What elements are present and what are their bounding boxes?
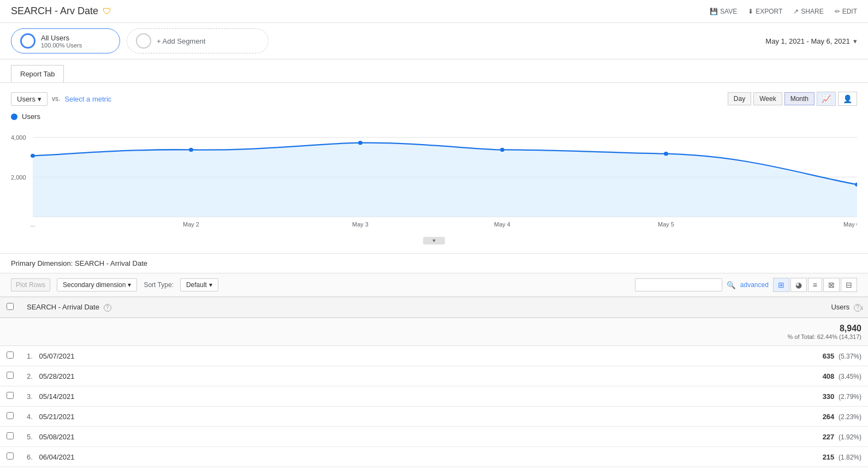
segment-info: All Users 100.00% Users [41, 34, 82, 49]
row-date: 05/08/2021 [39, 433, 74, 441]
search-icon-button[interactable]: 🔍 [727, 281, 736, 289]
report-tab[interactable]: Report Tab [11, 65, 64, 82]
add-circle [136, 33, 151, 49]
line-chart-button[interactable]: 📈 [817, 92, 836, 106]
metric-selector[interactable]: Users ▾ [11, 92, 47, 106]
view-buttons: ⊞ ◕ ≡ ⊠ ⊟ [773, 278, 857, 292]
row-pct: (2.79%) [839, 393, 861, 401]
svg-text:May 6: May 6 [843, 222, 857, 228]
select-all-checkbox[interactable] [7, 303, 14, 310]
grid-view-button[interactable]: ⊞ [773, 278, 789, 292]
svg-text:May 2: May 2 [183, 222, 199, 228]
total-count: 8,940 [840, 324, 861, 333]
row-rank: 6. [27, 453, 33, 461]
row-checkbox[interactable] [7, 372, 14, 379]
week-button[interactable]: Week [753, 92, 782, 105]
row-checkbox[interactable] [7, 351, 14, 359]
top-bar-actions: 💾 SAVE ⬇ EXPORT ↗ SHARE ✏ EDIT [710, 8, 857, 15]
svg-text:4,000: 4,000 [11, 135, 26, 141]
row-date-cell: 2. 05/28/2021 [20, 366, 468, 386]
row-count-cell: 330 (2.79%) [468, 386, 868, 407]
export-icon: ⬇ [748, 8, 753, 15]
segment-sublabel: 100.00% Users [41, 42, 82, 49]
advanced-link[interactable]: advanced [740, 281, 769, 289]
row-checkbox-cell [0, 346, 20, 366]
metric-caret-icon: ▾ [38, 95, 41, 103]
svg-point-6 [189, 148, 193, 152]
total-check-cell [0, 318, 20, 346]
row-rank: 2. [27, 372, 33, 380]
row-date: 05/07/2021 [39, 352, 74, 360]
pivot-view-button[interactable]: ⊠ [823, 278, 840, 292]
save-button[interactable]: 💾 SAVE [710, 8, 737, 15]
row-count-cell: 264 (2.23%) [468, 407, 868, 427]
area-chart: 4,000 2,000 ... May 2 May 3 May 4 May 5 … [11, 125, 857, 234]
row-rank: 1. [27, 352, 33, 360]
row-count: 215 [823, 453, 835, 461]
row-count-cell: 227 (1.92%) [468, 427, 868, 447]
segment-left: All Users 100.00% Users + Add Segment [11, 28, 269, 53]
compare-view-button[interactable]: ⊟ [841, 278, 857, 292]
date-range-selector[interactable]: May 1, 2021 - May 6, 2021 ▾ [765, 37, 857, 45]
row-checkbox-cell [0, 427, 20, 447]
row-checkbox[interactable] [7, 452, 14, 460]
table-row: 1. 05/07/2021 635 (5.37%) [0, 346, 868, 366]
primary-dimension: Primary Dimension: SEARCH - Arrival Date [0, 253, 868, 273]
table-row: 5. 05/08/2021 227 (1.92%) [0, 427, 868, 447]
export-button[interactable]: ⬇ EXPORT [748, 8, 782, 15]
chart-controls-right: Day Week Month 📈 👤 [728, 92, 857, 106]
select-all-header [0, 297, 20, 318]
row-date: 05/14/2021 [39, 392, 74, 401]
svg-text:May 5: May 5 [658, 222, 674, 228]
list-view-button[interactable]: ≡ [808, 278, 822, 292]
total-label-cell [20, 318, 468, 346]
arrival-date-header: SEARCH - Arrival Date ? [20, 297, 468, 318]
chart-controls-left: Users ▾ vs. Select a metric [11, 92, 111, 106]
row-checkbox[interactable] [7, 432, 14, 439]
row-checkbox-cell [0, 447, 20, 467]
row-date-cell: 3. 05/14/2021 [20, 386, 468, 407]
month-button[interactable]: Month [784, 92, 815, 105]
table-row: 4. 05/21/2021 264 (2.23%) [0, 407, 868, 427]
chart-section: Users ▾ vs. Select a metric Day Week Mon… [0, 83, 868, 253]
chart-controls: Users ▾ vs. Select a metric Day Week Mon… [11, 92, 857, 106]
row-pct: (3.45%) [839, 373, 861, 380]
share-button[interactable]: ↗ SHARE [793, 8, 823, 15]
row-pct: (1.82%) [839, 454, 861, 461]
row-checkbox[interactable] [7, 412, 14, 419]
day-button[interactable]: Day [728, 92, 751, 105]
secondary-dimension-button[interactable]: Secondary dimension ▾ [57, 278, 137, 291]
row-checkbox[interactable] [7, 392, 14, 399]
add-segment-button[interactable]: + Add Segment [127, 28, 269, 53]
legend-dot [11, 114, 17, 120]
shield-icon: 🛡 [103, 7, 111, 16]
row-rank: 5. [27, 433, 33, 441]
edit-button[interactable]: ✏ EDIT [835, 8, 857, 15]
table-search-input[interactable] [635, 278, 722, 291]
plot-rows-button: Plot Rows [11, 278, 50, 291]
total-count-cell: 8,940 % of Total: 62.44% (14,317) [468, 318, 868, 346]
segment-bar: All Users 100.00% Users + Add Segment Ma… [0, 23, 868, 59]
row-pct: (1.92%) [839, 433, 861, 441]
pie-view-button[interactable]: ◕ [790, 278, 807, 292]
sort-type-label: Sort Type: [144, 281, 173, 289]
row-count-cell: 408 (3.45%) [468, 366, 868, 386]
row-date-cell: 1. 05/07/2021 [20, 346, 468, 366]
table-controls: Plot Rows Secondary dimension ▾ Sort Typ… [0, 273, 868, 297]
row-pct: (5.37%) [839, 353, 861, 360]
row-date: 05/21/2021 [39, 413, 74, 421]
top-bar: SEARCH - Arv Date 🛡 💾 SAVE ⬇ EXPORT ↗ SH… [0, 0, 868, 23]
row-pct: (2.23%) [839, 413, 861, 421]
page-title: SEARCH - Arv Date 🛡 [11, 5, 111, 17]
svg-text:...: ... [30, 222, 35, 228]
report-tab-bar: Report Tab [0, 59, 868, 83]
row-checkbox-cell [0, 386, 20, 407]
row-count-cell: 215 (1.82%) [468, 447, 868, 467]
select-metric-link[interactable]: Select a metric [64, 95, 111, 103]
sort-button[interactable]: Default ▾ [180, 278, 218, 291]
total-pct: % of Total: 62.44% (14,317) [474, 333, 861, 340]
arrival-date-help-icon[interactable]: ? [104, 304, 111, 312]
row-count: 227 [823, 433, 835, 441]
bar-chart-button[interactable]: 👤 [838, 92, 857, 106]
row-count-cell: 204 (1.73%) [468, 467, 868, 472]
